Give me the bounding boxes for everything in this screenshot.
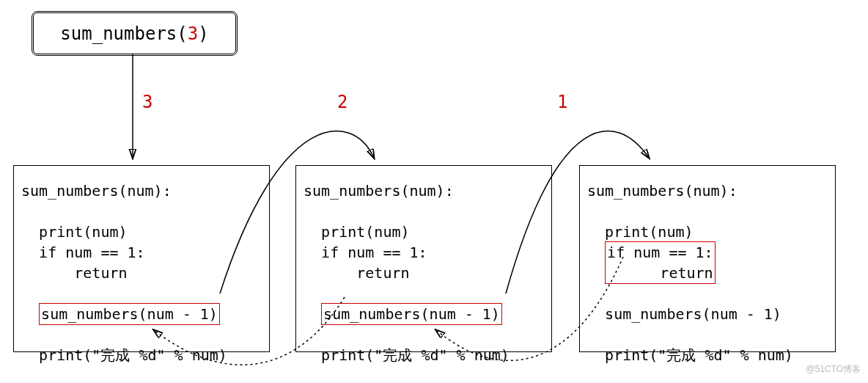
frame2-print: print(num) — [304, 222, 544, 242]
blank — [587, 283, 828, 304]
step-label-1: 3 — [142, 92, 152, 112]
frame1-if: if num == 1: — [21, 242, 262, 263]
frame1-done: print("完成 %d" % num) — [21, 345, 262, 365]
frame1-print: print(num) — [21, 222, 262, 242]
blank — [21, 324, 262, 345]
frame3-ifret: if num == 1: return — [587, 242, 828, 283]
call-frame-2: sum_numbers(num): print(num) if num == 1… — [295, 165, 552, 352]
blank — [21, 201, 262, 222]
frame2-done: print("完成 %d" % num) — [304, 345, 544, 365]
frame1-recurse: sum_numbers(num - 1) — [21, 304, 262, 324]
frame2-header: sum_numbers(num): — [304, 180, 544, 201]
frame3-return-highlight: if num == 1: return — [605, 241, 716, 284]
frame3-done: print("完成 %d" % num) — [587, 345, 828, 365]
call-frame-1: sum_numbers(num): print(num) if num == 1… — [13, 165, 270, 352]
watermark: @51CTO博客 — [806, 359, 861, 379]
frame3-header: sum_numbers(num): — [587, 180, 828, 201]
frame1-header: sum_numbers(num): — [21, 180, 262, 201]
blank — [304, 201, 544, 222]
blank — [304, 324, 544, 345]
frame2-return: return — [304, 263, 544, 283]
frame2-if: if num == 1: — [304, 242, 544, 263]
frame3-recurse: sum_numbers(num - 1) — [587, 304, 828, 324]
frame3-print: print(num) — [587, 222, 828, 242]
call-text: sum_numbers(3) — [60, 23, 208, 44]
blank — [21, 283, 262, 304]
frame1-recurse-highlight: sum_numbers(num - 1) — [39, 303, 220, 325]
blank — [587, 324, 828, 345]
blank — [587, 201, 828, 222]
initial-call-box: sum_numbers(3) — [32, 11, 238, 56]
frame2-recurse-highlight: sum_numbers(num - 1) — [321, 303, 502, 325]
step-label-2: 2 — [337, 92, 347, 112]
call-frame-3: sum_numbers(num): print(num) if num == 1… — [579, 165, 836, 352]
frame2-recurse: sum_numbers(num - 1) — [304, 304, 544, 324]
step-label-3: 1 — [557, 92, 567, 112]
frame1-return: return — [21, 263, 262, 283]
blank — [304, 283, 544, 304]
